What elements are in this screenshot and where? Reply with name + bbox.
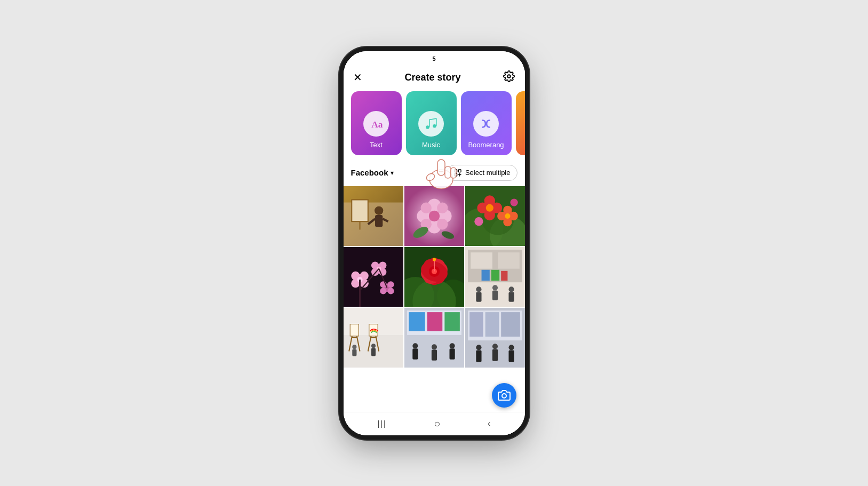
- svg-rect-115: [409, 312, 425, 331]
- svg-point-45: [509, 211, 517, 220]
- home-nav-icon[interactable]: ○: [434, 418, 440, 430]
- platform-selector[interactable]: Facebook ▾: [351, 168, 394, 177]
- story-options-row: Aa Text Music: [344, 91, 525, 162]
- svg-point-47: [474, 217, 483, 226]
- story-option-extra[interactable]: [516, 91, 525, 155]
- svg-rect-14: [375, 214, 383, 226]
- photo-cell-6[interactable]: [465, 247, 525, 307]
- svg-point-89: [476, 286, 481, 292]
- phone-screen: 5 ✕ Create story Aa Text: [344, 51, 525, 435]
- svg-rect-96: [491, 269, 499, 280]
- svg-rect-92: [492, 290, 497, 300]
- svg-point-108: [371, 344, 375, 348]
- back-nav-icon[interactable]: ‹: [488, 419, 490, 428]
- select-multiple-button[interactable]: Select multiple: [447, 165, 517, 181]
- svg-point-2: [426, 125, 429, 129]
- photo-cell-9[interactable]: [465, 308, 525, 368]
- svg-rect-127: [469, 312, 483, 337]
- svg-rect-121: [431, 349, 436, 360]
- settings-button[interactable]: [503, 70, 515, 85]
- story-option-text[interactable]: Aa Text: [351, 91, 402, 155]
- story-option-music[interactable]: Music: [406, 91, 457, 155]
- svg-rect-95: [481, 269, 489, 280]
- svg-point-83: [432, 258, 435, 261]
- select-multiple-icon: [453, 169, 462, 177]
- svg-point-130: [476, 345, 481, 350]
- menu-nav-icon[interactable]: |||: [378, 419, 387, 428]
- boomerang-option-label: Boomerang: [468, 141, 504, 149]
- svg-point-40: [485, 204, 493, 211]
- svg-text:Aa: Aa: [371, 119, 383, 129]
- music-option-label: Music: [422, 141, 440, 149]
- photo-grid: [344, 186, 525, 412]
- svg-point-65: [387, 281, 394, 288]
- svg-rect-109: [371, 348, 375, 356]
- svg-rect-117: [444, 312, 460, 331]
- svg-point-136: [502, 394, 506, 398]
- svg-rect-94: [508, 292, 514, 301]
- svg-point-122: [449, 343, 455, 348]
- photo-cell-7[interactable]: [344, 308, 403, 368]
- svg-point-3: [433, 124, 436, 128]
- svg-rect-119: [412, 348, 418, 359]
- photo-cell-5[interactable]: [404, 247, 464, 307]
- header: ✕ Create story: [344, 66, 525, 91]
- svg-rect-133: [492, 349, 497, 361]
- grid-row-2: [344, 247, 525, 307]
- svg-rect-10: [352, 200, 368, 221]
- svg-rect-123: [449, 348, 455, 359]
- svg-point-48: [510, 198, 517, 206]
- photo-cell-2[interactable]: [404, 186, 464, 246]
- svg-rect-111: [352, 349, 356, 356]
- music-icon-circle: [418, 111, 444, 137]
- svg-rect-97: [501, 270, 507, 280]
- svg-point-46: [505, 213, 510, 218]
- svg-point-13: [375, 206, 383, 214]
- svg-point-24: [420, 202, 431, 213]
- svg-rect-6: [455, 173, 457, 176]
- photo-cell-4[interactable]: [344, 247, 403, 307]
- svg-point-118: [412, 343, 418, 348]
- svg-rect-5: [458, 170, 461, 172]
- select-multiple-label: Select multiple: [465, 169, 511, 177]
- svg-point-110: [352, 345, 356, 349]
- status-bar: 5: [344, 51, 525, 66]
- svg-rect-116: [427, 312, 442, 331]
- svg-rect-128: [485, 312, 498, 337]
- svg-rect-4: [455, 170, 457, 172]
- bottom-nav: ||| ○ ‹: [344, 412, 525, 435]
- phone-frame: 5 ✕ Create story Aa Text: [344, 51, 525, 435]
- svg-rect-90: [476, 292, 481, 301]
- close-button[interactable]: ✕: [353, 72, 362, 83]
- svg-point-0: [508, 75, 511, 78]
- camera-button[interactable]: [492, 383, 516, 408]
- photo-cell-3[interactable]: [465, 186, 525, 246]
- svg-rect-88: [498, 252, 520, 269]
- svg-point-25: [437, 202, 448, 213]
- camera-icon: [498, 389, 511, 402]
- grid-row-1: [344, 186, 525, 246]
- photo-cell-8[interactable]: [404, 308, 464, 368]
- action-row: Facebook ▾ Select multiple: [344, 162, 525, 186]
- text-option-label: Text: [370, 141, 383, 149]
- svg-point-28: [428, 210, 439, 221]
- svg-point-66: [380, 288, 386, 294]
- boomerang-icon-circle: [473, 111, 499, 137]
- photo-cell-1[interactable]: [344, 186, 403, 246]
- grid-row-3: [344, 308, 525, 368]
- svg-point-27: [437, 219, 448, 229]
- story-option-boomerang[interactable]: Boomerang: [461, 91, 512, 155]
- svg-point-132: [492, 344, 497, 349]
- text-icon-circle: Aa: [363, 111, 389, 137]
- chevron-down-icon: ▾: [391, 169, 394, 177]
- svg-rect-135: [508, 350, 514, 362]
- svg-rect-129: [501, 312, 520, 337]
- signal-indicator: 5: [432, 55, 435, 62]
- svg-point-93: [508, 286, 514, 292]
- svg-rect-87: [471, 252, 492, 269]
- svg-point-44: [497, 211, 506, 220]
- svg-point-134: [508, 345, 514, 350]
- svg-point-120: [431, 344, 436, 349]
- svg-point-67: [387, 288, 394, 294]
- platform-label: Facebook: [351, 168, 388, 177]
